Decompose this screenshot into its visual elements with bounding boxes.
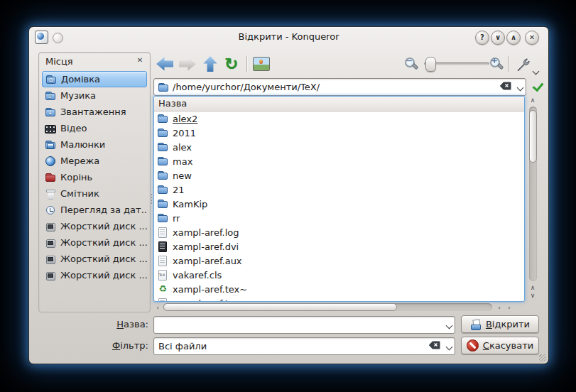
cancel-icon	[467, 339, 479, 352]
file-name: rr	[173, 213, 180, 224]
list-item[interactable]: KamKip	[154, 197, 524, 211]
sidebar-item-disk[interactable]: Жорсткий диск ...	[42, 218, 147, 234]
zoom-in-button[interactable]: +	[489, 57, 504, 71]
sidebar-item-disk[interactable]: Жорсткий диск ...	[42, 234, 147, 251]
vertical-scrollbar[interactable]: ∧ ∧ ∨	[527, 97, 539, 300]
sidebar-item-video[interactable]: Відео	[42, 120, 147, 136]
video-icon	[45, 123, 56, 134]
scroll-up-icon-2[interactable]: ∧	[528, 284, 537, 291]
help-button[interactable]: ?	[475, 31, 489, 45]
titlebar[interactable]: Відкрити - Konqueror ? ∨ ∧ ✕	[29, 27, 548, 47]
file-name: alex2	[173, 114, 197, 124]
sidebar-item-music[interactable]: ♪Музика	[42, 87, 147, 104]
list-item[interactable]: alex2	[154, 111, 524, 126]
sidebar-item-pictures[interactable]: Малюнки	[42, 136, 147, 153]
hard-disk-icon	[45, 254, 56, 265]
sidebar-item-label: Відео	[60, 123, 87, 134]
filter-combobox[interactable]: Всі файли	[153, 337, 455, 355]
zoom-slider-handle[interactable]	[425, 57, 436, 72]
network-globe-icon	[45, 156, 56, 167]
back-button[interactable]	[156, 55, 174, 73]
list-item[interactable]: xampl-aref.tex	[154, 296, 524, 302]
filename-dropdown-icon[interactable]	[443, 320, 455, 330]
forward-button[interactable]	[178, 55, 197, 73]
sidebar-item-disk[interactable]: Жорсткий диск ...	[42, 251, 147, 267]
folder-file-icon	[157, 184, 168, 195]
accept-location-button[interactable]	[531, 78, 546, 94]
folder-file-icon	[157, 170, 168, 181]
horizontal-scrollbar[interactable]: ‹ ‹ ›	[153, 303, 523, 312]
toolbar-separator-2	[508, 56, 509, 72]
list-item[interactable]: new	[154, 168, 524, 183]
open-button[interactable]: Відкрити	[461, 315, 539, 333]
column-header-name[interactable]: Назва	[154, 97, 524, 111]
scroll-right-icon[interactable]: ›	[505, 304, 513, 311]
sidebar-item-label: Смітник	[60, 188, 99, 199]
vertical-scroll-track[interactable]	[529, 107, 537, 281]
list-item[interactable]: 21	[154, 183, 524, 197]
file-name: 2011	[173, 128, 196, 138]
filter-dropdown-icon[interactable]	[443, 341, 455, 352]
scroll-left-icon-2[interactable]: ‹	[495, 304, 504, 311]
folder-file-icon	[157, 156, 168, 167]
up-icon	[203, 56, 217, 72]
clear-icon[interactable]	[499, 82, 511, 92]
settings-button[interactable]	[515, 55, 533, 72]
scroll-up-icon[interactable]: ∧	[528, 97, 537, 104]
list-item[interactable]: max	[154, 154, 524, 168]
list-item[interactable]: vakaref.cls	[154, 268, 524, 282]
horizontal-scroll-thumb[interactable]	[163, 303, 397, 311]
minimize-button[interactable]: ∨	[491, 31, 505, 45]
list-item[interactable]: 2011	[154, 126, 524, 140]
file-name: KamKip	[173, 199, 207, 209]
folder-file-icon	[157, 127, 168, 138]
zoom-out-button[interactable]: −	[404, 57, 418, 71]
file-name: 21	[173, 185, 185, 195]
preview-toggle-button[interactable]	[253, 57, 270, 71]
filename-combobox[interactable]	[153, 316, 455, 334]
sidebar-item-network[interactable]: Мережа	[42, 153, 147, 169]
list-item[interactable]: xampl-aref.dvi	[154, 239, 524, 254]
filter-value: Всі файли	[154, 341, 428, 352]
filename-input[interactable]	[154, 319, 443, 331]
sidebar-item-downloads[interactable]: ↓Звантаження	[42, 104, 147, 120]
file-name: xampl-aref.tex~	[173, 284, 247, 295]
file-name: vakaref.cls	[173, 270, 222, 281]
scroll-down-icon[interactable]: ∨	[528, 292, 537, 299]
up-button[interactable]	[201, 55, 219, 73]
list-item[interactable]: xampl-aref.tex~	[154, 282, 524, 296]
sidebar-item-label: Мережа	[60, 156, 99, 166]
reload-button[interactable]: ↻	[222, 55, 241, 73]
backup-file-icon	[157, 283, 168, 295]
cancel-button-label: Скасувати	[483, 340, 533, 351]
sidebar-item-trash[interactable]: Смітник	[42, 185, 147, 202]
places-panel: Місця ✕ ⌂Домівка♪Музика↓ЗвантаженняВідео…	[38, 52, 151, 312]
zoom-in-icon: +	[490, 57, 499, 65]
hard-disk-icon	[45, 221, 56, 232]
cancel-button[interactable]: Скасувати	[461, 337, 539, 354]
sidebar-item-label: Звантаження	[60, 107, 126, 117]
list-item[interactable]: rr	[154, 211, 524, 225]
sidebar-item-home[interactable]: ⌂Домівка	[42, 71, 147, 87]
file-list[interactable]: Назва alex22011alexmaxnew21KamKiprrxampl…	[153, 96, 525, 302]
maximize-button[interactable]: ∧	[506, 31, 521, 45]
close-button[interactable]: ✕	[525, 31, 539, 45]
panel-close-icon[interactable]: ✕	[135, 55, 145, 65]
location-dropdown-icon[interactable]	[514, 82, 526, 92]
window-title: Відкрити - Konqueror	[29, 31, 548, 42]
list-item[interactable]: alex	[154, 140, 524, 154]
sidebar-item-dateview[interactable]: Перегляд за дат...	[42, 202, 147, 218]
resize-grip[interactable]	[539, 354, 546, 361]
sidebar-item-root[interactable]: Корінь	[42, 169, 147, 185]
file-name: xampl-aref.dvi	[173, 241, 239, 252]
filter-clear-icon[interactable]	[428, 341, 440, 352]
list-item[interactable]: xampl-aref.aux	[154, 254, 524, 268]
location-bar[interactable]: /home/yurchor/Документи/TeX/	[153, 78, 526, 96]
sidebar-item-disk[interactable]: Жорсткий диск ...	[42, 267, 147, 283]
home-folder-icon: ⌂	[45, 74, 57, 85]
list-item[interactable]: xampl-aref.log	[154, 225, 524, 239]
settings-wrench-icon	[515, 55, 533, 72]
vertical-scroll-thumb[interactable]	[529, 110, 537, 163]
scroll-left-icon[interactable]: ‹	[153, 304, 162, 311]
horizontal-scroll-track[interactable]	[163, 303, 492, 311]
